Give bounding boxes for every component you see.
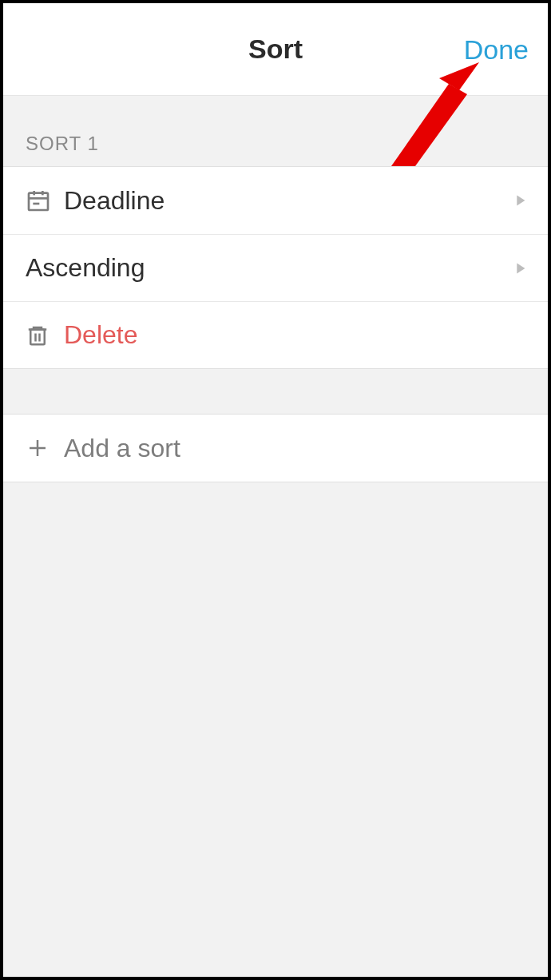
sort-field-label: Deadline xyxy=(64,186,511,216)
calendar-icon xyxy=(26,188,64,213)
sort-order-row[interactable]: Ascending xyxy=(3,234,548,301)
chevron-right-icon xyxy=(511,192,529,209)
chevron-right-icon xyxy=(511,260,529,277)
sort-1-group: Deadline Ascending Delete xyxy=(3,166,548,369)
section-gap xyxy=(3,369,548,414)
svg-marker-5 xyxy=(517,196,525,206)
add-sort-label: Add a sort xyxy=(64,434,529,463)
svg-rect-0 xyxy=(29,193,48,210)
page-title: Sort xyxy=(248,34,303,65)
svg-rect-7 xyxy=(30,329,45,344)
plus-icon xyxy=(26,436,64,460)
delete-label: Delete xyxy=(64,320,529,350)
add-sort-row[interactable]: Add a sort xyxy=(3,415,548,482)
sort-field-row[interactable]: Deadline xyxy=(3,167,548,234)
sort-order-label: Ascending xyxy=(26,253,511,283)
nav-bar: Sort Done xyxy=(3,3,548,96)
done-button[interactable]: Done xyxy=(464,34,529,65)
svg-marker-6 xyxy=(517,263,525,273)
trash-icon xyxy=(26,323,64,347)
empty-area xyxy=(3,482,548,977)
section-header-sort-1: SORT 1 xyxy=(3,96,548,166)
delete-sort-row[interactable]: Delete xyxy=(3,301,548,368)
add-sort-group: Add a sort xyxy=(3,414,548,482)
